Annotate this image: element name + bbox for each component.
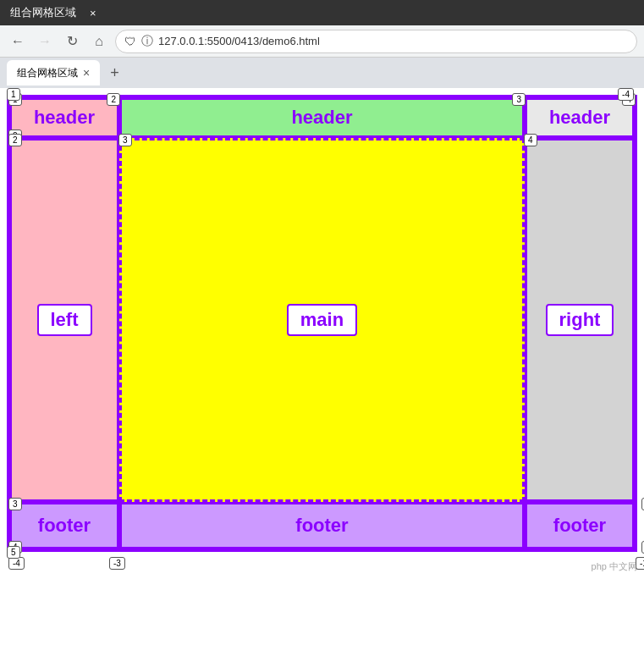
window-title-text: 组合网格区域 xyxy=(10,5,76,20)
new-tab-button[interactable]: + xyxy=(105,64,124,82)
bottom-m3-badge: -3 xyxy=(109,557,125,570)
main-left-text: left xyxy=(37,304,92,336)
address-bar[interactable]: 🛡 ⓘ 127.0.0.1:5500/0413/demo6.html xyxy=(115,30,637,53)
footer-center: footer xyxy=(119,502,525,549)
url-text: 127.0.0.1:5500/0413/demo6.html xyxy=(158,35,320,47)
window-close-button[interactable]: × xyxy=(90,7,96,19)
footer-center-text: footer xyxy=(295,515,348,537)
outer-bl-badge: 5 xyxy=(7,546,20,559)
reload-button[interactable]: ↻ xyxy=(61,30,83,52)
tab-bar: 组合网格区域 × + xyxy=(0,58,644,88)
header-left-tr-badge: 2 xyxy=(107,93,120,106)
outer-tr-badge: -4 xyxy=(618,88,634,101)
header-center-tr-badge: 3 xyxy=(512,93,526,106)
forward-button[interactable]: → xyxy=(34,30,56,52)
header-left: 1 2 2 header xyxy=(9,97,119,138)
main-right-text: right xyxy=(546,304,614,336)
footer-left: 3 4 footer xyxy=(9,502,119,549)
bottom-m1-badge: -1 xyxy=(636,557,644,570)
back-button[interactable]: ← xyxy=(7,30,29,52)
info-icon: ⓘ xyxy=(141,34,153,49)
outer-tl-badge: 1 xyxy=(7,88,20,101)
main-row: 2 left 3 main 4 right xyxy=(9,138,635,502)
header-right: 4 -3 header xyxy=(525,97,635,138)
main-left: 2 left xyxy=(9,138,119,502)
header-right-text: header xyxy=(549,107,610,129)
main-right: 4 right xyxy=(525,138,635,502)
header-center: 3 header xyxy=(119,97,525,138)
window-title-bar: 组合网格区域 × xyxy=(0,0,644,25)
main-center: 3 main xyxy=(119,138,525,502)
footer-left-text: footer xyxy=(38,515,91,537)
page-content: 1 -4 1 2 2 header xyxy=(0,88,644,576)
footer-tl-badge: 3 xyxy=(8,498,22,510)
footer-right-text: footer xyxy=(553,515,606,537)
shield-icon: 🛡 xyxy=(124,35,136,48)
browser-nav-bar: ← → ↻ ⌂ 🛡 ⓘ 127.0.0.1:5500/0413/demo6.ht… xyxy=(0,25,644,58)
php-logo: php 中文网 xyxy=(592,560,637,573)
tab-title: 组合网格区域 xyxy=(17,66,78,80)
header-row: 1 2 2 header 3 header 4 xyxy=(9,97,635,138)
outer-container: 1 2 2 header 3 header 4 xyxy=(7,95,637,552)
header-left-text: header xyxy=(34,107,95,129)
home-button[interactable]: ⌂ xyxy=(88,30,110,52)
footer-row: 3 4 footer footer -2 -1 footer xyxy=(9,502,635,549)
tab-close-button[interactable]: × xyxy=(83,66,90,80)
bottom-m4-badge: -4 xyxy=(8,557,25,570)
footer-right: -2 -1 footer xyxy=(525,502,635,549)
active-tab[interactable]: 组合网格区域 × xyxy=(7,60,100,85)
main-center-text: main xyxy=(287,304,357,336)
main-right-tl-badge: 4 xyxy=(524,134,537,146)
main-center-tl-badge: 3 xyxy=(118,134,132,146)
header-center-text: header xyxy=(291,107,352,129)
main-left-tl-badge: 2 xyxy=(8,134,22,146)
